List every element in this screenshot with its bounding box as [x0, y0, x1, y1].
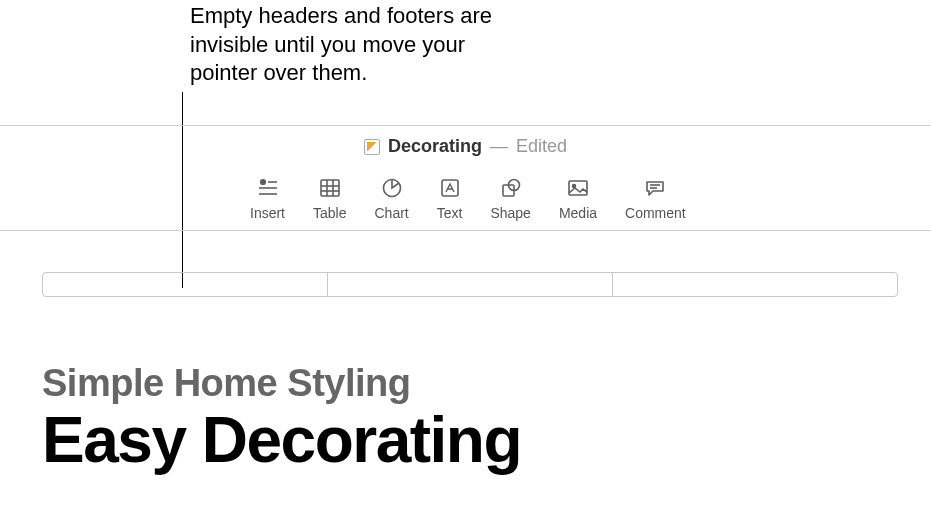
svg-rect-4	[321, 180, 339, 196]
text-label: Text	[437, 205, 463, 221]
chart-button[interactable]: Chart	[360, 169, 422, 229]
comment-label: Comment	[625, 205, 686, 221]
table-button[interactable]: Table	[299, 169, 360, 229]
window-titlebar: Decorating — Edited	[0, 125, 931, 167]
document-icon	[364, 139, 380, 155]
shape-label: Shape	[490, 205, 530, 221]
media-button[interactable]: Media	[545, 169, 611, 229]
document-status: Edited	[516, 136, 567, 157]
table-icon	[319, 177, 341, 199]
header-fields	[42, 272, 898, 297]
document-subtitle[interactable]: Simple Home Styling	[42, 362, 521, 405]
text-icon	[439, 177, 461, 199]
document-body[interactable]: Simple Home Styling Easy Decorating	[42, 362, 521, 475]
chart-icon	[381, 177, 403, 199]
svg-rect-13	[569, 181, 587, 195]
text-button[interactable]: Text	[423, 169, 477, 229]
chart-label: Chart	[374, 205, 408, 221]
callout-text: Empty headers and footers are invisible …	[190, 2, 520, 88]
shape-icon	[500, 177, 522, 199]
toolbar: Insert Table Chart	[0, 167, 931, 231]
insert-icon	[257, 177, 279, 199]
media-icon	[567, 177, 589, 199]
shape-button[interactable]: Shape	[476, 169, 544, 229]
header-cell-center[interactable]	[328, 273, 613, 296]
document-name[interactable]: Decorating	[388, 136, 482, 157]
svg-point-0	[260, 179, 265, 184]
svg-rect-10	[442, 180, 458, 196]
titlebar-separator: —	[490, 136, 508, 157]
header-cell-left[interactable]	[43, 273, 328, 296]
comment-button[interactable]: Comment	[611, 169, 700, 229]
table-label: Table	[313, 205, 346, 221]
insert-label: Insert	[250, 205, 285, 221]
document-title[interactable]: Easy Decorating	[42, 405, 521, 475]
media-label: Media	[559, 205, 597, 221]
comment-icon	[644, 177, 666, 199]
header-cell-right[interactable]	[613, 273, 897, 296]
insert-button[interactable]: Insert	[236, 169, 299, 229]
